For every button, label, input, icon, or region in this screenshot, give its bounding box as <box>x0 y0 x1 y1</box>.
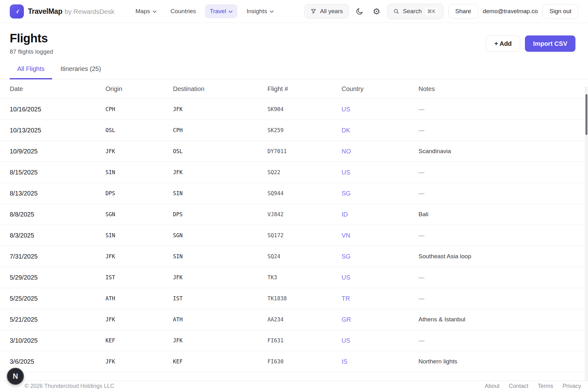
share-button[interactable]: Share <box>448 4 478 19</box>
nav-item-maps[interactable]: Maps <box>131 4 161 18</box>
scrollbar-thumb[interactable] <box>585 94 587 135</box>
flight-date: 10/9/2025 <box>10 148 105 155</box>
flight-origin: IST <box>105 274 173 281</box>
flight-destination: OSL <box>173 148 267 154</box>
tab-all-flights[interactable]: All Flights <box>10 65 52 79</box>
column-header-notes: Notes <box>418 85 588 93</box>
flight-destination: IST <box>173 295 267 302</box>
column-header-origin: Origin <box>105 85 173 93</box>
flight-origin: OSL <box>105 127 173 133</box>
flight-date: 8/13/2025 <box>10 190 105 197</box>
table-row[interactable]: 8/15/2025 SIN JFK SQ22 US — <box>0 162 588 183</box>
table-row[interactable]: 5/25/2025 ATH IST TK1838 TR — <box>0 288 588 309</box>
nav-item-label: Maps <box>136 8 150 15</box>
dark-mode-toggle[interactable] <box>354 5 366 17</box>
nav-item-label: Travel <box>210 8 226 15</box>
flight-number: TK1838 <box>267 295 342 302</box>
add-flight-button[interactable]: + Add <box>486 35 520 52</box>
search-shortcut: ⌘K <box>425 8 437 15</box>
flight-date: 5/29/2025 <box>10 274 105 281</box>
copyright-text: © 2026 Thundercloud Holdings LLC <box>24 383 114 389</box>
year-filter-button[interactable]: All years <box>304 4 349 19</box>
tab-itineraries[interactable]: Itineraries (25) <box>61 65 101 79</box>
scrollbar-track[interactable] <box>585 87 588 381</box>
travelmap-logo <box>10 4 24 19</box>
flight-number: SK259 <box>267 127 342 133</box>
table-row[interactable]: 10/13/2025 OSL CPH SK259 DK — <box>0 120 588 141</box>
flight-origin: SGN <box>105 211 173 217</box>
footer-link-about[interactable]: About <box>485 383 499 389</box>
country-code-link[interactable]: SG <box>342 253 351 260</box>
country-code-link[interactable]: IS <box>342 358 348 365</box>
nav-item-insights[interactable]: Insights <box>242 4 278 18</box>
filter-funnel-icon <box>310 8 316 14</box>
moon-icon <box>356 8 364 15</box>
flight-notes: — <box>418 337 588 344</box>
table-row[interactable]: 8/13/2025 DPS SIN SQ944 SG — <box>0 183 588 204</box>
flight-notes: — <box>418 127 588 134</box>
country-code-link[interactable]: ID <box>342 211 348 218</box>
table-row[interactable]: 10/9/2025 JFK OSL DY7011 NO Scandinavia <box>0 141 588 162</box>
import-csv-button[interactable]: Import CSV <box>525 35 575 52</box>
settings-button[interactable]: ⚙ <box>370 5 382 17</box>
flight-number: FI630 <box>267 358 342 365</box>
flight-notes: — <box>418 190 588 197</box>
country-code-link[interactable]: US <box>342 274 350 281</box>
flight-origin: JFK <box>105 358 173 365</box>
table-row[interactable]: 3/10/2025 KEF JFK FI631 US — <box>0 330 588 351</box>
country-code-link[interactable]: VN <box>342 232 350 239</box>
country-code-link[interactable]: NO <box>342 148 351 155</box>
chevron-down-icon <box>270 10 274 13</box>
flight-destination: ATH <box>173 316 267 323</box>
brand-name: TravelMap <box>28 7 62 15</box>
flight-notes: — <box>418 295 588 302</box>
page-header: Flights 87 flights logged + Add Import C… <box>0 23 588 55</box>
country-code-link[interactable]: US <box>342 169 350 176</box>
flight-date: 8/3/2025 <box>10 232 105 239</box>
flight-notes: Athens & Istanbul <box>418 316 588 323</box>
year-filter-label: All years <box>320 8 343 15</box>
flight-destination: CPH <box>173 127 267 133</box>
table-row[interactable]: 5/21/2025 JFK ATH AA234 GR Athens & Ista… <box>0 309 588 330</box>
flight-origin: JFK <box>105 253 173 260</box>
nav-item-countries[interactable]: Countries <box>166 4 201 18</box>
flight-notes: — <box>418 274 588 281</box>
nav-item-label: Insights <box>246 8 267 15</box>
flight-notes: — <box>418 169 588 176</box>
floating-widget-button[interactable]: N <box>7 368 24 385</box>
flight-origin: SIN <box>105 232 173 238</box>
footer-link-terms[interactable]: Terms <box>538 383 553 389</box>
flight-number: TK3 <box>267 274 342 281</box>
page-footer: © 2026 Thundercloud Holdings LLC About C… <box>0 381 588 391</box>
country-code-link[interactable]: GR <box>342 316 351 323</box>
flight-origin: JFK <box>105 316 173 323</box>
sign-out-button[interactable]: Sign out <box>542 4 578 19</box>
country-code-link[interactable]: TR <box>342 295 350 302</box>
flight-number: SQ944 <box>267 190 342 196</box>
country-code-link[interactable]: DK <box>342 127 350 134</box>
flight-origin: ATH <box>105 295 173 302</box>
footer-link-contact[interactable]: Contact <box>509 383 528 389</box>
page-title: Flights <box>10 32 53 45</box>
flight-date: 3/6/2025 <box>10 358 105 365</box>
flight-number: SQ172 <box>267 232 342 238</box>
table-row[interactable]: 5/29/2025 IST JFK TK3 US — <box>0 267 588 288</box>
country-code-link[interactable]: US <box>342 106 350 113</box>
table-row[interactable]: 8/3/2025 SIN SGN SQ172 VN — <box>0 225 588 246</box>
search-button[interactable]: Search ⌘K <box>387 4 444 19</box>
footer-link-privacy[interactable]: Privacy <box>563 383 581 389</box>
table-row[interactable]: 3/6/2025 JFK KEF FI630 IS Northern light… <box>0 351 588 372</box>
flight-destination: SIN <box>173 253 267 260</box>
flight-destination: JFK <box>173 106 267 112</box>
flight-date: 5/25/2025 <box>10 295 105 302</box>
table-row[interactable]: 7/31/2025 JFK SIN SQ24 SG Southeast Asia… <box>0 246 588 267</box>
flights-count: 87 flights logged <box>10 48 53 55</box>
country-code-link[interactable]: US <box>342 337 350 344</box>
nav-item-travel[interactable]: Travel <box>205 4 237 18</box>
country-code-link[interactable]: SG <box>342 190 351 197</box>
brand[interactable]: TravelMapby RewardsDesk <box>10 4 115 19</box>
table-row[interactable]: 10/16/2025 CPH JFK SK904 US — <box>0 99 588 120</box>
table-header-row: Date Origin Destination Flight # Country… <box>0 79 588 99</box>
flight-origin: KEF <box>105 337 173 344</box>
table-row[interactable]: 8/8/2025 SGN DPS VJ842 ID Bali <box>0 204 588 225</box>
